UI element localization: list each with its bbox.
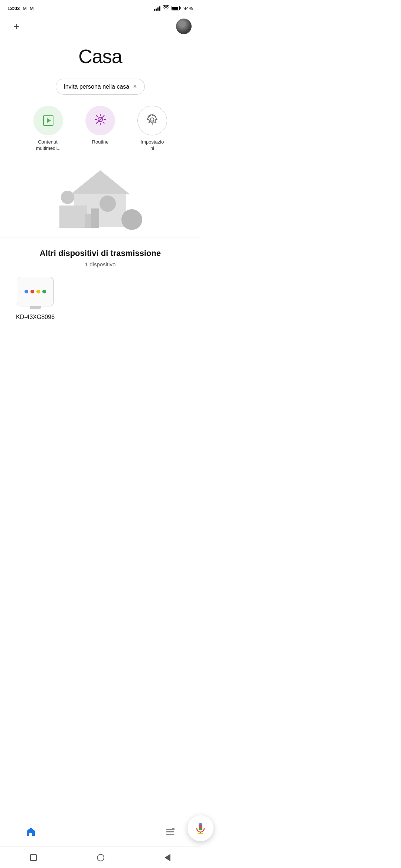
device-name: KD-43XG8096 [16, 314, 55, 320]
routine-label: Routine [92, 139, 109, 145]
invite-pill[interactable]: Invita persona nella casa × [56, 79, 145, 95]
signal-icon [154, 6, 160, 11]
play-triangle [47, 118, 51, 123]
gmail-icon-2: M [30, 6, 34, 11]
svg-line-5 [97, 115, 98, 116]
add-button[interactable]: + [9, 19, 24, 34]
house-illustration [52, 165, 149, 231]
avatar[interactable] [176, 19, 192, 34]
play-icon [43, 115, 53, 126]
quick-actions: Contenuti multimedi... [0, 106, 200, 163]
device-card[interactable]: KD-43XG8096 [11, 277, 59, 320]
gear-icon [147, 114, 158, 128]
contenuti-label: Contenuti multimedi... [36, 139, 61, 152]
dot-blue [25, 290, 28, 293]
svg-rect-14 [59, 206, 87, 228]
dot-green [42, 290, 46, 293]
svg-point-18 [61, 191, 74, 204]
device-stand [30, 306, 41, 309]
action-item-contenuti: Contenuti multimedi... [26, 106, 71, 152]
routine-sun-icon [95, 114, 106, 128]
page-title: Casa [0, 45, 200, 68]
dot-yellow [36, 290, 40, 293]
status-right: 94% [154, 5, 193, 11]
invite-close-icon[interactable]: × [133, 83, 137, 91]
svg-point-17 [121, 209, 142, 230]
impostazioni-button[interactable] [137, 106, 167, 135]
status-left: 13:03 M M [7, 6, 34, 11]
illustration-area [0, 163, 200, 237]
contenuti-button[interactable] [33, 106, 63, 135]
top-bar: + [0, 15, 200, 38]
svg-marker-11 [71, 170, 130, 194]
devices-count: 1 dispositivo [11, 261, 189, 267]
svg-point-13 [100, 195, 116, 212]
status-bar: 13:03 M M 94% [0, 0, 200, 15]
page-title-area: Casa [0, 38, 200, 79]
invite-text: Invita persona nella casa [63, 83, 129, 90]
devices-section: Altri dispositivi di trasmissione 1 disp… [0, 237, 200, 328]
svg-line-6 [103, 122, 104, 123]
action-item-routine: Routine [78, 106, 123, 152]
battery-icon [172, 6, 181, 10]
svg-point-10 [151, 118, 154, 121]
action-item-impostazioni: Impostazio ni [130, 106, 175, 152]
device-icon-box [17, 277, 54, 306]
devices-title: Altri dispositivi di trasmissione [11, 249, 189, 258]
impostazioni-label: Impostazio ni [141, 139, 164, 152]
battery-percent: 94% [183, 6, 193, 11]
gmail-icon-1: M [23, 6, 27, 11]
invite-banner: Invita persona nella casa × [0, 79, 200, 106]
wifi-icon [163, 5, 169, 11]
avatar-image [176, 19, 192, 34]
house-svg [52, 165, 149, 231]
dot-red [30, 290, 34, 293]
svg-rect-16 [91, 208, 99, 228]
routine-button[interactable] [85, 106, 115, 135]
time-display: 13:03 [7, 6, 20, 11]
google-dots [25, 290, 46, 293]
